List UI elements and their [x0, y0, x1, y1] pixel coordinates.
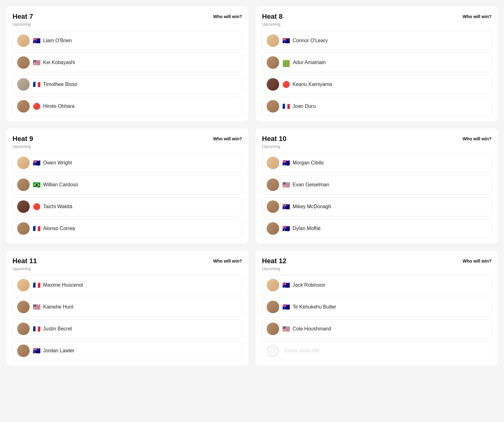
avatar: [17, 56, 30, 69]
surfer-name: Maxime Huscenot: [43, 282, 83, 288]
surfer-row[interactable]: 🇫🇷Joan Duru: [262, 97, 492, 116]
who-will-win-label[interactable]: Who will win?: [462, 259, 492, 264]
flag-icon: 🟩: [282, 60, 290, 65]
surfer-row[interactable]: 🇫🇷Timothee Bisso: [12, 75, 242, 94]
surfer-row[interactable]: 🇫🇷Maxime Huscenot: [12, 275, 242, 295]
surfer-name: Evan Geiselman: [293, 182, 329, 188]
flag-icon: 🇺🇸: [33, 303, 41, 311]
surfer-row[interactable]: 🇦🇺Mikey McDonagh: [262, 197, 492, 216]
heat-title: Heat 11: [12, 257, 37, 265]
flag-icon: 🇦🇺: [282, 303, 290, 311]
heat-status: Upcoming: [12, 144, 242, 149]
surfer-row[interactable]: Event seed #96: [262, 341, 492, 360]
surfer-row[interactable]: 🇦🇺Owen Wright: [12, 153, 242, 173]
flag-icon: 🔴: [282, 81, 290, 88]
flag-icon: 🇦🇺: [282, 159, 290, 167]
heat-header: Heat 11Who will win?: [12, 257, 242, 265]
avatar: [17, 301, 30, 313]
surfer-row[interactable]: 🇦🇺Liam O'Brien: [12, 31, 242, 50]
flag-icon: 🇫🇷: [33, 225, 41, 232]
heat-title: Heat 9: [12, 135, 33, 143]
surfer-row[interactable]: 🇺🇸Cole Houshmand: [262, 319, 492, 339]
avatar: [267, 157, 279, 169]
avatar: [17, 344, 30, 357]
surfer-row[interactable]: 🇺🇸Kei Kobayashi: [12, 53, 242, 72]
flag-icon: 🇫🇷: [33, 325, 41, 333]
surfer-row[interactable]: 🔴Taichi Wakita: [12, 197, 242, 216]
surfer-name: Hiroto Ohhara: [43, 103, 75, 109]
surfer-row[interactable]: 🇦🇺Te Kehukehu Butler: [262, 297, 492, 317]
heat-block-heat9: Heat 9Who will win?Upcoming🇦🇺Owen Wright…: [6, 128, 248, 243]
surfer-name: Willian Cardoso: [43, 182, 78, 188]
heat-block-heat12: Heat 12Who will win?Upcoming🇦🇺Jack Robin…: [256, 251, 498, 365]
flag-icon: 🔴: [33, 203, 41, 210]
surfer-name: Adur Amatriain: [293, 60, 326, 65]
surfer-row[interactable]: 🇦🇺Dylan Moffat: [262, 219, 492, 238]
avatar: [267, 100, 279, 113]
surfer-name: Kei Kobayashi: [43, 60, 75, 65]
surfer-row[interactable]: 🇦🇺Morgan Cibilic: [262, 153, 492, 173]
avatar: [267, 78, 279, 91]
surfer-row[interactable]: 🇺🇸Evan Geiselman: [262, 175, 492, 194]
surfer-row[interactable]: 🇺🇸Kainehe Hunt: [12, 297, 242, 317]
surfer-name: Dylan Moffat: [293, 226, 321, 231]
surfer-name: Connor O'Leary: [293, 38, 328, 43]
avatar: [267, 279, 279, 291]
flag-icon: 🇦🇺: [33, 347, 41, 354]
surfer-name: Morgan Cibilic: [293, 160, 324, 166]
flag-icon: 🇫🇷: [282, 103, 290, 110]
surfer-row[interactable]: 🇦🇺Jordan Lawler: [12, 341, 242, 360]
surfer-row[interactable]: 🔴Keanu Kamiyama: [262, 75, 492, 94]
surfer-row[interactable]: 🇫🇷Justin Becret: [12, 319, 242, 339]
heat-title: Heat 7: [12, 13, 33, 21]
surfer-name: Justin Becret: [43, 326, 72, 332]
surfer-row[interactable]: 🇫🇷Alonso Correa: [12, 219, 242, 238]
heat-block-heat11: Heat 11Who will win?Upcoming🇫🇷Maxime Hus…: [6, 251, 248, 365]
surfer-name: Keanu Kamiyama: [293, 82, 332, 87]
flag-icon: 🇫🇷: [33, 81, 41, 88]
heat-block-heat8: Heat 8Who will win?Upcoming🇦🇺Connor O'Le…: [256, 6, 498, 121]
avatar: [17, 157, 30, 169]
avatar: [17, 78, 30, 91]
avatar: [267, 344, 279, 357]
avatar: [17, 100, 30, 113]
surfer-row[interactable]: 🇦🇺Jack Robinson: [262, 275, 492, 295]
flag-icon: 🇺🇸: [282, 325, 290, 333]
surfer-row[interactable]: 🔴Hiroto Ohhara: [12, 97, 242, 116]
avatar: [17, 34, 30, 47]
avatar: [267, 56, 279, 69]
who-will-win-label[interactable]: Who will win?: [462, 14, 492, 19]
flag-icon: 🔴: [33, 103, 41, 110]
surfer-name: Event seed #96: [285, 348, 319, 354]
avatar: [17, 178, 30, 191]
flag-icon: 🇦🇺: [282, 225, 290, 232]
heat-status: Upcoming: [262, 266, 492, 271]
heat-status: Upcoming: [262, 144, 492, 149]
who-will-win-label[interactable]: Who will win?: [462, 136, 492, 141]
avatar: [267, 301, 279, 313]
surfer-row[interactable]: 🇦🇺Connor O'Leary: [262, 31, 492, 50]
surfer-name: Timothee Bisso: [43, 82, 77, 87]
flag-icon: 🇦🇺: [282, 37, 290, 44]
surfer-row[interactable]: 🇧🇷Willian Cardoso: [12, 175, 242, 194]
who-will-win-label[interactable]: Who will win?: [213, 136, 242, 141]
flag-icon: 🇦🇺: [33, 159, 41, 167]
heat-title: Heat 8: [262, 13, 283, 21]
surfer-name: Owen Wright: [43, 160, 72, 166]
heat-header: Heat 7Who will win?: [12, 13, 242, 21]
avatar: [267, 178, 279, 191]
heats-grid: Heat 7Who will win?Upcoming🇦🇺Liam O'Brie…: [6, 6, 498, 365]
heat-title: Heat 10: [262, 135, 286, 143]
surfer-name: Liam O'Brien: [43, 38, 72, 43]
surfer-name: Kainehe Hunt: [43, 304, 73, 310]
who-will-win-label[interactable]: Who will win?: [213, 259, 242, 264]
surfer-row[interactable]: 🟩Adur Amatriain: [262, 53, 492, 72]
heat-header: Heat 9Who will win?: [12, 135, 242, 143]
flag-icon: 🇧🇷: [33, 181, 41, 188]
surfer-name: Jack Robinson: [293, 282, 325, 288]
who-will-win-label[interactable]: Who will win?: [213, 14, 242, 19]
heat-status: Upcoming: [12, 266, 242, 271]
avatar: [267, 34, 279, 47]
flag-icon: 🇦🇺: [282, 203, 290, 210]
avatar: [17, 222, 30, 235]
